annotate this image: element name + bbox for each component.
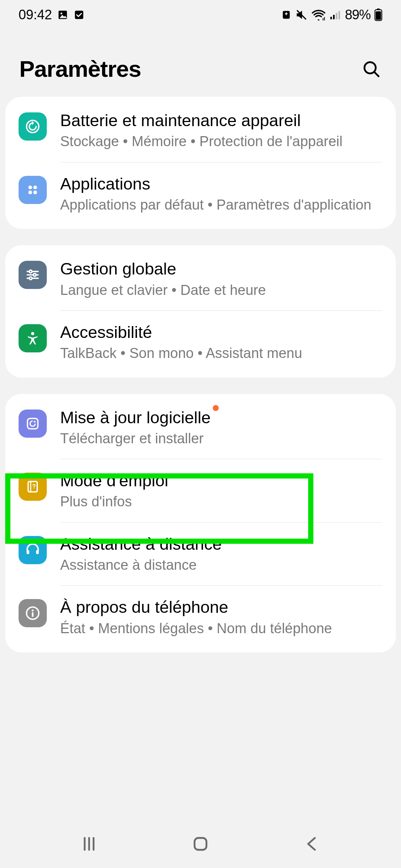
svg-rect-5 [333, 15, 335, 19]
device-care-icon [19, 112, 47, 141]
check-icon [74, 9, 85, 20]
svg-point-17 [29, 270, 32, 273]
settings-item-device-care[interactable]: Batterie et maintenance appareil Stockag… [5, 97, 396, 162]
item-title: Mise à jour logicielle [60, 407, 211, 428]
wifi-icon [312, 9, 326, 20]
item-title: Applications [60, 174, 150, 194]
svg-point-27 [32, 610, 33, 612]
user-manual-icon: ? [19, 473, 47, 501]
svg-rect-2 [75, 11, 84, 19]
item-title: Assistance à distance [60, 534, 222, 555]
item-title: Batterie et maintenance appareil [60, 110, 301, 131]
svg-text:?: ? [32, 483, 36, 490]
battery-icon [374, 9, 382, 21]
item-title: Mode d'emploi [60, 470, 168, 491]
back-icon [303, 835, 321, 853]
status-left: 09:42 [19, 7, 85, 23]
svg-point-20 [31, 332, 34, 335]
settings-item-about-phone[interactable]: À propos du téléphone État • Mentions lé… [5, 586, 396, 652]
status-time: 09:42 [19, 7, 52, 23]
recents-icon [80, 835, 98, 853]
mute-icon [295, 9, 308, 21]
svg-rect-29 [195, 838, 206, 850]
svg-point-16 [33, 190, 37, 194]
item-subtitle: TalkBack • Son mono • Assistant menu [60, 344, 382, 362]
home-button[interactable] [188, 832, 213, 855]
svg-rect-10 [376, 11, 381, 20]
settings-item-applications[interactable]: Applications Applications par défaut • P… [5, 162, 396, 229]
svg-rect-24 [27, 550, 29, 554]
settings-group-1: Batterie et maintenance appareil Stockag… [5, 97, 396, 229]
svg-rect-4 [330, 17, 332, 19]
about-phone-icon [19, 599, 47, 627]
settings-group-2: Gestion globale Langue et clavier • Date… [5, 245, 396, 377]
settings-item-general[interactable]: Gestion globale Langue et clavier • Date… [5, 245, 396, 310]
svg-rect-28 [32, 612, 33, 617]
data-saver-icon [281, 10, 291, 20]
status-bar: 09:42 89% [0, 0, 401, 30]
item-subtitle: Plus d'infos [60, 493, 382, 511]
svg-point-14 [33, 185, 37, 189]
settings-item-software-update[interactable]: Mise à jour logicielle Télécharger et in… [5, 394, 396, 459]
item-title: Accessibilité [60, 322, 152, 343]
search-button[interactable] [361, 59, 382, 79]
item-subtitle: Applications par défaut • Paramètres d'a… [60, 196, 382, 214]
svg-rect-21 [27, 418, 38, 429]
settings-header: Paramètres [0, 30, 401, 97]
back-button[interactable] [299, 832, 325, 855]
svg-rect-25 [36, 550, 39, 554]
item-title: À propos du téléphone [60, 597, 228, 618]
svg-point-1 [61, 13, 62, 14]
item-subtitle: Stockage • Mémoire • Protection de l'app… [60, 132, 382, 151]
item-title: Gestion globale [60, 259, 176, 279]
search-icon [362, 59, 381, 79]
picture-icon [57, 9, 68, 20]
software-update-icon [19, 410, 47, 438]
home-icon [192, 835, 209, 853]
settings-item-remote-support[interactable]: Assistance à distance Assistance à dista… [5, 523, 396, 586]
settings-item-accessibility[interactable]: Accessibilité TalkBack • Son mono • Assi… [5, 311, 396, 378]
signal-icon [329, 9, 341, 20]
battery-percent: 89% [345, 7, 371, 23]
update-badge-icon [213, 405, 219, 411]
svg-rect-6 [336, 13, 337, 19]
general-icon [19, 261, 47, 289]
recents-button[interactable] [76, 832, 102, 855]
page-title: Paramètres [19, 56, 141, 82]
remote-support-icon [19, 536, 47, 564]
accessibility-icon [19, 324, 47, 352]
svg-point-19 [29, 277, 32, 280]
item-subtitle: Langue et clavier • Date et heure [60, 281, 382, 299]
svg-rect-7 [339, 11, 340, 19]
svg-point-13 [28, 185, 32, 189]
item-subtitle: État • Mentions légales • Nom du télépho… [60, 619, 382, 638]
item-subtitle: Télécharger et installer [60, 430, 382, 448]
applications-icon [19, 176, 47, 204]
status-right: 89% [281, 7, 382, 23]
svg-point-15 [28, 190, 32, 194]
settings-item-user-manual[interactable]: ? Mode d'emploi Plus d'infos [5, 459, 396, 522]
settings-group-3: Mise à jour logicielle Télécharger et in… [5, 394, 396, 653]
svg-point-18 [33, 274, 36, 276]
navigation-bar [0, 820, 401, 868]
item-subtitle: Assistance à distance [60, 556, 382, 574]
